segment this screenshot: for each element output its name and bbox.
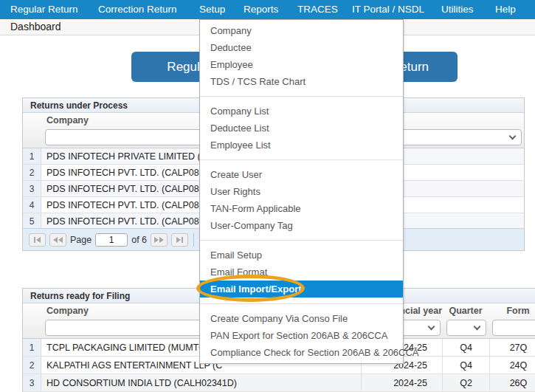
menu-option-create-company-via-conso-file[interactable]: Create Company Via Conso File — [200, 310, 403, 327]
first-page-icon — [34, 237, 35, 243]
quarter-cell: Q4 — [442, 357, 489, 374]
row-number: 4 — [23, 197, 41, 213]
setup-dropdown-menu: Company Deductee Employee TDS / TCS Rate… — [199, 19, 404, 364]
form-cell: 24Q — [489, 357, 535, 374]
quarter-filter-select[interactable] — [446, 320, 486, 336]
column-header-company[interactable]: Company — [46, 306, 89, 316]
menu-separator — [200, 240, 403, 241]
chevron-down-icon — [428, 323, 435, 331]
page-count-label: of 6 — [131, 235, 147, 245]
chevron-down-icon — [509, 133, 517, 140]
menu-option-employee-list[interactable]: Employee List — [200, 137, 403, 154]
row-number: 2 — [23, 357, 41, 374]
menu-item-traces[interactable]: TRACES — [297, 0, 338, 19]
menu-option-email-setup[interactable]: Email Setup — [200, 247, 403, 264]
menu-option-deductee[interactable]: Deductee — [200, 39, 403, 56]
column-filter-select[interactable] — [384, 129, 522, 145]
form-cell: 26Q — [489, 374, 535, 391]
menu-item-setup[interactable]: Setup — [199, 0, 225, 19]
menu-option-tds-tcs-rate-chart[interactable]: TDS / TCS Rate Chart — [200, 73, 403, 90]
column-header-company[interactable]: Company — [46, 115, 89, 125]
menu-item-correction-return[interactable]: Correction Return — [98, 0, 177, 19]
menu-item-it-portal-nsdl[interactable]: IT Portal / NSDL — [352, 0, 424, 19]
table-row[interactable]: 3 HD CONSORTIUM INDIA LTD (CALH02341D) 2… — [23, 374, 535, 392]
column-header-quarter[interactable]: Quarter — [442, 306, 489, 316]
page-title: Dashboard — [10, 21, 61, 32]
menu-option-company[interactable]: Company — [200, 22, 403, 39]
pager-divider — [193, 233, 194, 247]
row-number: 3 — [23, 374, 41, 391]
next-page-icon — [154, 237, 159, 243]
menu-option-pan-export-206ab-206cca[interactable]: PAN Export for Section 206AB & 206CCA — [200, 327, 403, 344]
last-page-button[interactable] — [171, 233, 188, 247]
menu-option-user-company-tag[interactable]: User-Company Tag — [200, 217, 403, 234]
form-cell: 27Q — [489, 339, 535, 356]
menu-option-deductee-list[interactable]: Deductee List — [200, 120, 403, 137]
row-number: 3 — [23, 181, 41, 196]
prev-page-icon — [53, 237, 58, 243]
menu-separator — [200, 96, 403, 97]
first-page-button[interactable] — [29, 233, 46, 247]
column-header-form[interactable]: Form — [489, 306, 535, 316]
company-cell: HD CONSORTIUM INDIA LTD (CALH02341D) — [41, 374, 361, 391]
quarter-cell: Q2 — [442, 374, 489, 391]
next-page-button[interactable] — [151, 233, 168, 247]
menu-option-create-user[interactable]: Create User — [200, 166, 403, 183]
menu-option-tan-form-applicable[interactable]: TAN-Form Applicable — [200, 200, 403, 217]
row-number: 1 — [23, 339, 41, 356]
menu-item-utilities[interactable]: Utilities — [441, 0, 474, 19]
menu-option-email-format[interactable]: Email Format — [200, 264, 403, 281]
row-number: 5 — [23, 213, 41, 229]
menu-separator — [200, 303, 403, 304]
form-filter-select[interactable] — [492, 320, 535, 336]
prev-page-button[interactable] — [49, 233, 66, 247]
financial-year-cell: 2024-25 — [361, 374, 442, 391]
row-number: 2 — [23, 165, 41, 180]
menubar: Regular Return Correction Return Setup R… — [0, 0, 535, 19]
menu-option-company-list[interactable]: Company List — [200, 103, 403, 120]
page-label: Page — [70, 235, 92, 245]
app-window: Regular Return Correction Return Setup R… — [0, 0, 535, 392]
menu-option-email-import-export[interactable]: Email Import/Export — [200, 281, 403, 298]
menu-option-employee[interactable]: Employee — [200, 56, 403, 73]
last-page-icon — [176, 237, 181, 243]
menu-separator — [200, 159, 403, 160]
menu-option-user-rights[interactable]: User Rights — [200, 183, 403, 200]
page-number-input[interactable] — [95, 233, 128, 247]
menu-item-reports[interactable]: Reports — [244, 0, 278, 19]
menu-item-regular-return[interactable]: Regular Return — [10, 0, 78, 19]
menu-item-help[interactable]: Help — [495, 0, 516, 19]
menu-option-compliance-check-206ab-206cca[interactable]: Compliance Check for Section 206AB & 206… — [200, 344, 403, 361]
chevron-down-icon — [474, 323, 481, 331]
row-number: 1 — [23, 148, 41, 164]
quarter-cell: Q4 — [442, 339, 489, 356]
